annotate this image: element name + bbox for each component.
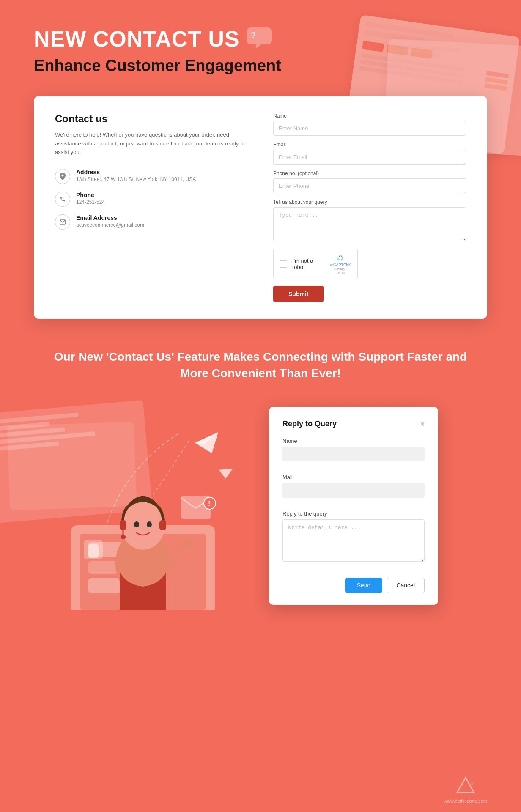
recaptcha-logo: ♺ reCAPTCHA Privacy - Terms [330,253,351,274]
phone-form-label: Phone no. (optional) [273,170,466,176]
modal-name-group: Name [282,438,425,468]
email-info-item: Email Address activeecommerce@gmail.com [55,214,248,230]
modal-header: Reply to Query × [282,420,425,428]
watermark: ® www.activezone.com [444,776,487,804]
svg-point-18 [181,538,193,548]
reply-modal-wrapper: Reply to Query × Name Mail Reply to the … [269,407,487,605]
email-form-label: Email [273,142,466,148]
svg-text:!: ! [208,500,210,507]
contact-info-left: Contact us We're here to help! Whether y… [55,113,248,302]
modal-reply-textarea[interactable] [282,519,425,562]
email-value: activeecommerce@gmail.com [76,222,144,228]
submit-button[interactable]: Submit [273,286,324,302]
name-input[interactable] [273,121,466,136]
svg-rect-15 [121,535,126,539]
watermark-logo: ® [455,776,476,797]
address-value: 13th Street, 47 W 13th St, New York, NY … [76,176,196,182]
phone-input[interactable] [273,178,466,193]
phone-info-item: Phone 124-251-524 [55,192,248,207]
phone-icon [55,192,70,207]
address-text: Address 13th Street, 47 W 13th St, New Y… [76,169,196,182]
modal-footer: Send Cancel [282,578,425,593]
modal-close-button[interactable]: × [420,420,425,428]
middle-text: Our New 'Contact Us' Feature Makes Conne… [51,348,470,381]
bottom-section: ! Reply to Query × Name Mail Reply to th… [0,398,521,694]
modal-mail-group: Mail [282,474,425,505]
modal-name-label: Name [282,438,425,444]
support-figure: ! [54,432,232,610]
modal-mail-input[interactable] [282,483,425,498]
contact-card: Contact us We're here to help! Whether y… [34,96,487,319]
email-label: Email Address [76,214,144,221]
captcha-label: I'm not a robot [292,258,325,270]
chat-bubble-icon: ? [247,25,272,53]
contact-card-title: Contact us [55,113,248,125]
email-text: Email Address activeecommerce@gmail.com [76,214,144,228]
svg-point-16 [134,521,139,527]
address-label: Address [76,169,196,176]
email-icon [55,214,70,230]
query-textarea[interactable] [273,207,466,241]
svg-rect-13 [159,520,166,530]
phone-form-group: Phone no. (optional) [273,170,466,193]
contact-form-right: Name Email Phone no. (optional) Tell us … [273,113,466,302]
watermark-text: www.activezone.com [444,798,487,804]
email-input[interactable] [273,150,466,165]
captcha-box[interactable]: I'm not a robot ♺ reCAPTCHA Privacy - Te… [273,249,358,279]
address-info-item: Address 13th Street, 47 W 13th St, New Y… [55,169,248,184]
contact-description: We're here to help! Whether you have que… [55,131,248,157]
modal-reply-label: Reply to the query [282,510,425,517]
header-section: NEW CONTACT US ? Enhance Customer Engage… [0,0,521,88]
query-form-group: Tell us about your query [273,199,466,243]
support-illustration: ! [34,398,252,610]
modal-name-input[interactable] [282,447,425,461]
svg-text:®: ® [471,782,474,786]
captcha-checkbox[interactable] [280,260,287,268]
middle-text-section: Our New 'Contact Us' Feature Makes Conne… [0,319,521,398]
phone-text: Phone 124-251-524 [76,192,105,205]
modal-title: Reply to Query [282,420,337,428]
modal-reply-group: Reply to the query [282,510,425,572]
query-form-label: Tell us about your query [273,199,466,205]
svg-point-17 [147,521,152,527]
reply-modal: Reply to Query × Name Mail Reply to the … [269,407,438,605]
modal-cancel-button[interactable]: Cancel [387,578,425,593]
modal-mail-label: Mail [282,474,425,480]
contact-card-section: Contact us We're here to help! Whether y… [0,96,521,319]
modal-send-button[interactable]: Send [345,578,383,593]
phone-value: 124-251-524 [76,199,105,205]
phone-label: Phone [76,192,105,198]
svg-rect-12 [120,520,126,530]
address-icon [55,169,70,184]
header-title-text: NEW CONTACT US [34,27,240,51]
email-form-group: Email [273,142,466,165]
name-form-label: Name [273,113,466,119]
svg-text:?: ? [251,30,256,40]
name-form-group: Name [273,113,466,136]
